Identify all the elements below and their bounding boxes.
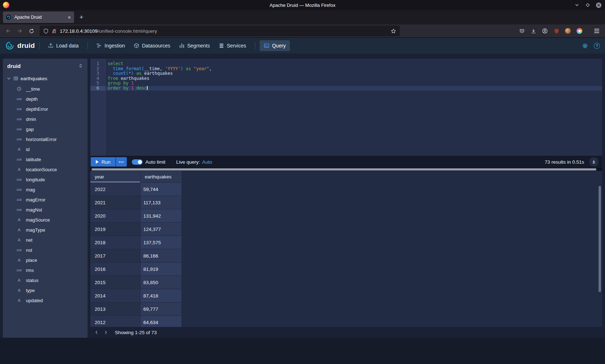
sidebar-column-latitude[interactable]: 123latitude: [3, 154, 88, 164]
sidebar-column-id[interactable]: Aid: [3, 144, 88, 154]
download-results-icon[interactable]: [589, 157, 599, 167]
horizontal-scrollbar[interactable]: [90, 168, 602, 171]
previous-page-icon[interactable]: [92, 328, 101, 337]
nav-services[interactable]: Services: [215, 40, 250, 51]
sidebar-column-net[interactable]: Anet: [3, 235, 88, 245]
sidebar-column-horizontalError[interactable]: 123horizontalError: [3, 134, 88, 144]
cell-year[interactable]: 2020: [90, 209, 140, 223]
run-button[interactable]: Run: [91, 157, 116, 167]
query-editor[interactable]: 123456 select time_format(__time, 'YYYY'…: [90, 59, 602, 156]
cell-year[interactable]: 2012: [90, 316, 140, 327]
column-header-earthquakes[interactable]: earthquakes: [140, 171, 182, 183]
sidebar-column-longitude[interactable]: 123longitude: [3, 174, 88, 185]
cell-year[interactable]: 2022: [90, 183, 140, 196]
sidebar-column-rms[interactable]: 123rms: [3, 265, 88, 275]
cell-year[interactable]: 2014: [90, 289, 140, 302]
ublock-icon[interactable]: [551, 26, 562, 36]
sidebar-column-updated[interactable]: Aupdated: [3, 295, 88, 305]
sidebar-column-dmin[interactable]: 123dmin: [3, 114, 88, 124]
double-caret-icon[interactable]: [78, 63, 83, 68]
cell-earthquakes[interactable]: 81,919: [140, 263, 182, 276]
nav-load-data[interactable]: Load data: [44, 40, 82, 51]
cell-earthquakes[interactable]: 137,575: [140, 236, 182, 249]
sidebar-column-depth[interactable]: 123depth: [3, 94, 88, 104]
settings-gear-icon[interactable]: [582, 43, 588, 49]
sidebar-column-magError[interactable]: 123magError: [3, 195, 88, 205]
cell-year[interactable]: 2019: [90, 223, 140, 236]
cell-year[interactable]: 2018: [90, 236, 140, 249]
code-line-2[interactable]: time_format(__time, 'YYYY') as "year",: [106, 67, 602, 72]
cell-earthquakes[interactable]: 59,744: [140, 183, 182, 196]
cell-year[interactable]: 2016: [90, 263, 140, 276]
cell-year[interactable]: 2017: [90, 249, 140, 263]
cell-earthquakes[interactable]: 124,377: [140, 223, 182, 236]
browser-tab[interactable]: Apache Druid: [3, 12, 74, 23]
window-minimize-icon[interactable]: [573, 1, 581, 9]
cell-year[interactable]: 2013: [90, 302, 140, 316]
cell-earthquakes[interactable]: 64,634: [140, 316, 182, 327]
cell-earthquakes[interactable]: 69,777: [140, 302, 182, 316]
window-close-icon[interactable]: [595, 1, 602, 9]
code-line-6[interactable]: order by 1 desc: [106, 86, 602, 91]
run-more-button[interactable]: •••: [116, 157, 127, 167]
nav-datasources[interactable]: Datasources: [130, 40, 174, 51]
code-line-5[interactable]: group by 1: [106, 81, 602, 86]
sidebar-column-magNst[interactable]: 123magNst: [3, 205, 88, 215]
editor-code[interactable]: select time_format(__time, 'YYYY') as "y…: [106, 59, 602, 156]
reload-icon[interactable]: [26, 26, 37, 36]
cell-earthquakes[interactable]: 87,418: [140, 289, 182, 302]
results-header: year earthquakes: [90, 171, 602, 183]
header-divider: [88, 42, 88, 49]
vertical-scrollbar-thumb[interactable]: [599, 186, 601, 292]
nav-query[interactable]: Query: [260, 40, 290, 51]
live-query-value[interactable]: Auto: [202, 159, 212, 165]
druid-logo[interactable]: druid: [5, 41, 35, 50]
menu-icon[interactable]: [591, 26, 602, 36]
sidebar-column-type[interactable]: Atype: [3, 285, 88, 295]
next-page-icon[interactable]: [101, 328, 111, 337]
tracking-shield-icon[interactable]: [43, 28, 49, 34]
nav-ingestion[interactable]: Ingestion: [92, 40, 129, 51]
sidebar-column-mag[interactable]: 123mag: [3, 185, 88, 195]
extension-pinwheel-icon[interactable]: [574, 26, 585, 36]
horizontal-scrollbar-thumb[interactable]: [91, 168, 596, 170]
forward-icon[interactable]: [14, 26, 25, 36]
chevron-down-icon[interactable]: [6, 76, 11, 81]
sidebar-column-__time[interactable]: __time: [3, 84, 88, 94]
sidebar-column-depthError[interactable]: 123depthError: [3, 104, 88, 114]
sidebar-column-place[interactable]: Aplace: [3, 255, 88, 265]
sidebar-column-locationSource[interactable]: AlocationSource: [3, 164, 88, 174]
cell-year[interactable]: 2021: [90, 196, 140, 209]
url-bar[interactable]: 172.18.0.4:30109/unified-console.html#qu…: [40, 26, 400, 36]
code-line-1[interactable]: select: [106, 62, 602, 67]
nav-label: Datasources: [142, 43, 170, 49]
account-icon[interactable]: [539, 26, 550, 36]
string-type-icon: A: [15, 278, 23, 282]
datasource-row-earthquakes[interactable]: earthquakes: [3, 73, 88, 84]
pocket-icon[interactable]: [516, 26, 527, 36]
code-line-3[interactable]: count(*) as earthquakes: [106, 71, 602, 76]
sidebar-column-status[interactable]: Astatus: [3, 275, 88, 285]
window-maximize-icon[interactable]: [584, 1, 591, 9]
cell-earthquakes[interactable]: 86,166: [140, 249, 182, 263]
sidebar-column-gap[interactable]: 123gap: [3, 124, 88, 134]
downloads-icon[interactable]: [528, 26, 539, 36]
auto-limit-toggle[interactable]: [132, 159, 143, 165]
cell-earthquakes[interactable]: 117,133: [140, 196, 182, 209]
sidebar-column-magSource[interactable]: AmagSource: [3, 215, 88, 225]
bookmark-star-icon[interactable]: [391, 28, 396, 34]
back-icon[interactable]: [3, 26, 14, 36]
insecure-lock-icon[interactable]: [51, 28, 57, 34]
nav-segments[interactable]: Segments: [175, 40, 214, 51]
help-icon[interactable]: ?: [594, 43, 600, 49]
sidebar-column-magType[interactable]: AmagType: [3, 225, 88, 235]
cell-year[interactable]: 2015: [90, 276, 140, 289]
column-header-year[interactable]: year: [90, 171, 140, 183]
profile-avatar[interactable]: [563, 26, 573, 36]
code-line-4[interactable]: from earthquakes: [106, 76, 602, 81]
sidebar-column-nst[interactable]: 123nst: [3, 245, 88, 255]
cell-earthquakes[interactable]: 83,850: [140, 276, 182, 289]
cell-earthquakes[interactable]: 131,942: [140, 209, 182, 223]
tab-close-icon[interactable]: [67, 15, 71, 19]
new-tab-button[interactable]: +: [76, 12, 86, 22]
